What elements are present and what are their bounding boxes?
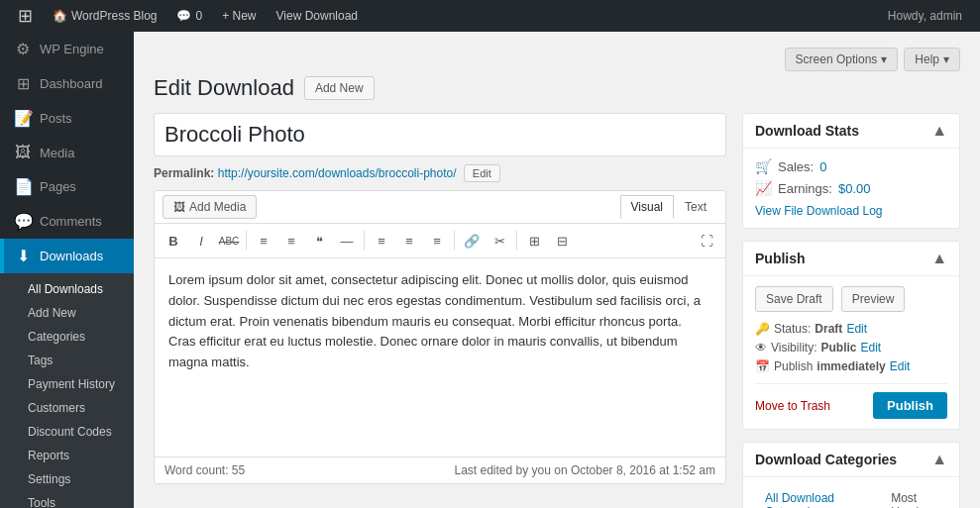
dashboard-icon: ⊞	[14, 74, 32, 93]
sidebar-item-downloads[interactable]: ⬇ Downloads	[0, 239, 134, 273]
page-title: Edit Download	[154, 75, 294, 101]
submenu-discount-codes[interactable]: Discount Codes	[0, 420, 134, 444]
status-edit-link[interactable]: Edit	[846, 322, 867, 336]
submenu-tags[interactable]: Tags	[0, 349, 134, 372]
tab-visual[interactable]: Visual	[620, 195, 674, 219]
cat-tab-all[interactable]: All Download Categories	[755, 487, 881, 508]
permalink-edit-button[interactable]: Edit	[464, 164, 500, 182]
align-center-button[interactable]: ≡	[396, 228, 422, 254]
sales-label: Sales:	[778, 159, 814, 174]
add-new-button[interactable]: Add New	[304, 76, 375, 100]
site-name-item[interactable]: 🏠 WordPress Blog	[43, 0, 166, 32]
insert-button[interactable]: ⊞	[521, 228, 547, 254]
comments-label: Comments	[40, 214, 102, 229]
publish-time-edit-link[interactable]: Edit	[890, 359, 911, 373]
status-row: 🔑 Status: Draft Edit	[755, 322, 947, 336]
earnings-value[interactable]: $0.00	[838, 181, 871, 196]
preview-button[interactable]: Preview	[841, 286, 906, 312]
sales-value[interactable]: 0	[819, 159, 826, 174]
submenu-all-downloads[interactable]: All Downloads	[0, 277, 134, 301]
tab-text[interactable]: Text	[674, 195, 717, 219]
save-draft-button[interactable]: Save Draft	[755, 286, 833, 312]
editor-footer: Word count: 55 Last edited by you on Oct…	[155, 457, 725, 483]
sidebar-item-posts[interactable]: 📝 Posts	[0, 101, 134, 136]
submenu-add-new[interactable]: Add New	[0, 301, 134, 325]
screen-options-label: Screen Options	[796, 52, 878, 66]
publish-button[interactable]: Publish	[873, 392, 947, 419]
ordered-list-button[interactable]: ≡	[278, 228, 304, 254]
add-media-button[interactable]: 🖼 Add Media	[163, 195, 257, 219]
download-stats-header[interactable]: Download Stats ▲	[743, 114, 959, 149]
toolbar-sep-3	[454, 231, 455, 251]
download-stats-box: Download Stats ▲ 🛒 Sales: 0 📈 Ear	[742, 113, 960, 229]
download-categories-toggle-icon: ▲	[931, 451, 947, 468]
strikethrough-button[interactable]: ABC	[216, 228, 242, 254]
howdy-item[interactable]: Howdy, admin	[878, 0, 972, 32]
comments-item[interactable]: 💬 0	[166, 0, 212, 32]
post-title-input[interactable]	[154, 113, 726, 156]
publish-footer: Move to Trash Publish	[755, 383, 947, 419]
downloads-icon: ⬇	[14, 247, 32, 265]
submenu-payment-history[interactable]: Payment History	[0, 372, 134, 396]
earnings-icon: 📈	[755, 180, 772, 196]
comments-count: 0	[195, 9, 202, 23]
move-to-trash-link[interactable]: Move to Trash	[755, 399, 830, 413]
permalink-url[interactable]: http://yoursite.com/downloads/broccoli-p…	[218, 166, 457, 180]
view-file-download-log-link[interactable]: View File Download Log	[755, 204, 947, 218]
sidebar-item-pages[interactable]: 📄 Pages	[0, 169, 134, 204]
submenu-settings[interactable]: Settings	[0, 467, 134, 491]
status-value: Draft	[815, 322, 842, 336]
submenu-tools[interactable]: Tools	[0, 491, 134, 508]
editor-toolbar-top: 🖼 Add Media Visual Text	[155, 191, 725, 224]
admin-bar: ⊞ 🏠 WordPress Blog 💬 0 + New View Downlo…	[0, 0, 980, 32]
blockquote-button[interactable]: ❝	[306, 228, 332, 254]
publish-actions-row: Save Draft Preview	[755, 286, 947, 312]
italic-button[interactable]: I	[188, 228, 214, 254]
download-stats-toggle-icon: ▲	[931, 122, 947, 140]
bold-button[interactable]: B	[161, 228, 186, 254]
unordered-list-button[interactable]: ≡	[251, 228, 276, 254]
submenu-categories[interactable]: Categories	[0, 325, 134, 349]
word-count-area: Word count: 55	[164, 463, 245, 477]
word-count-label: Word count:	[164, 463, 228, 477]
visibility-edit-link[interactable]: Edit	[860, 341, 881, 355]
cat-tab-most-used[interactable]: Most Used	[881, 487, 947, 508]
howdy-label: Howdy, admin	[888, 9, 962, 23]
sidebar-item-media[interactable]: 🖼 Media	[0, 136, 134, 169]
earnings-label: Earnings:	[778, 181, 832, 196]
remove-link-button[interactable]: ✂	[487, 228, 512, 254]
help-label: Help	[915, 52, 939, 66]
insert-link-button[interactable]: 🔗	[459, 228, 485, 254]
align-right-button[interactable]: ≡	[424, 228, 450, 254]
sidebar-item-comments[interactable]: 💬 Comments	[0, 204, 134, 239]
earnings-row: 📈 Earnings: $0.00	[755, 180, 947, 196]
calendar-icon: 📅	[755, 359, 770, 373]
download-categories-header[interactable]: Download Categories ▲	[743, 443, 959, 477]
table-button[interactable]: ⊟	[549, 228, 575, 254]
posts-icon: 📝	[14, 109, 32, 128]
category-tabs: All Download Categories Most Used	[755, 487, 947, 508]
downloads-label: Downloads	[40, 249, 103, 263]
editor-box: 🖼 Add Media Visual Text B I	[154, 190, 726, 484]
fullscreen-button[interactable]: ⛶	[694, 228, 719, 254]
submenu-customers[interactable]: Customers	[0, 396, 134, 420]
wp-logo-item[interactable]: ⊞	[8, 0, 43, 32]
screen-options-arrow-icon: ▾	[881, 52, 887, 66]
side-column: Download Stats ▲ 🛒 Sales: 0 📈 Ear	[742, 113, 960, 508]
dashboard-label: Dashboard	[40, 76, 103, 91]
sidebar-item-dashboard[interactable]: ⊞ Dashboard	[0, 66, 134, 101]
submenu-reports[interactable]: Reports	[0, 444, 134, 467]
editor-content-area[interactable]: Lorem ipsum dolor sit amet, consectetur …	[155, 258, 725, 457]
visibility-row: 👁 Visibility: Public Edit	[755, 341, 947, 355]
publish-box-header[interactable]: Publish ▲	[743, 242, 959, 276]
sidebar-item-wpengine[interactable]: ⚙ WP Engine	[0, 32, 134, 66]
help-button[interactable]: Help ▾	[904, 48, 960, 71]
formatting-toolbar: B I ABC ≡ ≡ ❝ — ≡ ≡ ≡	[155, 224, 725, 258]
align-left-button[interactable]: ≡	[369, 228, 394, 254]
publish-box: Publish ▲ Save Draft Preview 🔑 Status:	[742, 241, 960, 430]
media-icon: 🖼	[14, 144, 32, 161]
screen-options-button[interactable]: Screen Options ▾	[785, 48, 899, 71]
dash-button[interactable]: —	[334, 228, 360, 254]
new-content-item[interactable]: + New	[212, 0, 266, 32]
view-download-item[interactable]: View Download	[267, 0, 369, 32]
